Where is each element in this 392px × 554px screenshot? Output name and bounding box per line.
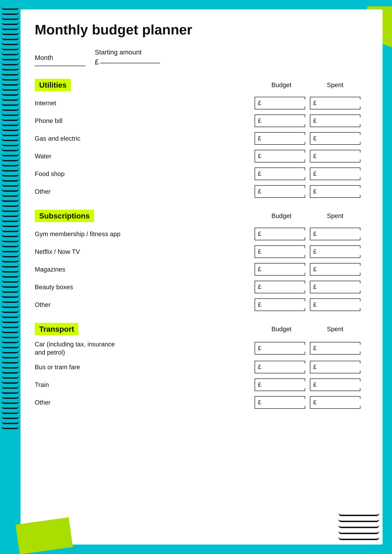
internet-spent-box[interactable]: £ xyxy=(310,97,360,109)
subscriptions-column-headers: Budget Spent xyxy=(255,212,368,220)
gas-electric-spent-input[interactable] xyxy=(317,135,383,142)
starting-amount-pound-row: £ xyxy=(95,58,160,66)
utilities-header-row: Utilities Budget Spent xyxy=(35,79,368,91)
pound-icon: £ xyxy=(313,248,316,255)
subscriptions-budget-col-header: Budget xyxy=(255,212,308,220)
magazines-budget-box[interactable]: £ xyxy=(255,263,305,276)
row-label-netflix: Netflix / Now TV xyxy=(35,248,126,256)
water-spent-box[interactable]: £ xyxy=(310,150,360,162)
pound-icon: £ xyxy=(313,188,316,195)
pound-icon: £ xyxy=(313,266,316,273)
subscriptions-title-badge: Subscriptions xyxy=(35,210,94,222)
pound-icon: £ xyxy=(258,230,261,237)
train-spent-box[interactable]: £ xyxy=(310,378,360,391)
bus-tram-inputs: £ £ xyxy=(255,361,368,373)
pound-icon: £ xyxy=(313,284,316,290)
gas-electric-spent-box[interactable]: £ xyxy=(310,132,360,145)
transport-other-spent-box[interactable]: £ xyxy=(310,396,360,409)
row-label-internet: Internet xyxy=(35,99,126,107)
beauty-boxes-budget-box[interactable]: £ xyxy=(255,281,305,293)
pound-icon: £ xyxy=(258,100,261,106)
bus-tram-spent-input[interactable] xyxy=(317,364,383,370)
car-spent-input[interactable] xyxy=(317,345,383,352)
table-row: Food shop £ £ xyxy=(35,167,368,181)
pound-icon: £ xyxy=(258,381,261,388)
beauty-boxes-inputs: £ £ xyxy=(255,281,368,293)
row-label-bus-tram: Bus or tram fare xyxy=(35,363,126,371)
gym-spent-input[interactable] xyxy=(317,230,383,237)
row-label-phone-bill: Phone bill xyxy=(35,117,126,125)
netflix-spent-box[interactable]: £ xyxy=(310,245,360,258)
food-shop-budget-box[interactable]: £ xyxy=(255,167,305,180)
food-shop-spent-input[interactable] xyxy=(317,170,383,177)
row-label-gym: Gym membership / fitness app xyxy=(35,230,126,238)
pound-icon: £ xyxy=(313,135,316,142)
table-row: Beauty boxes £ £ xyxy=(35,280,368,294)
pound-icon: £ xyxy=(313,117,316,124)
netflix-spent-input[interactable] xyxy=(317,248,383,255)
phone-bill-spent-input[interactable] xyxy=(317,117,383,124)
beauty-boxes-spent-input[interactable] xyxy=(317,284,383,290)
internet-inputs: £ £ xyxy=(255,97,368,109)
table-row: Car (including tax, insurance and petrol… xyxy=(35,340,368,356)
table-row: Gym membership / fitness app £ £ xyxy=(35,227,368,241)
table-row: Other £ £ xyxy=(35,298,368,312)
pound-icon: £ xyxy=(258,153,261,159)
pound-icon: £ xyxy=(313,399,316,406)
pound-icon: £ xyxy=(258,117,261,124)
bottom-squiggles-decoration xyxy=(338,510,379,543)
water-spent-input[interactable] xyxy=(317,153,383,159)
phone-bill-budget-box[interactable]: £ xyxy=(255,114,305,127)
subscriptions-spent-col-header: Spent xyxy=(308,212,362,220)
row-label-beauty-boxes: Beauty boxes xyxy=(35,283,126,291)
subscriptions-other-spent-box[interactable]: £ xyxy=(310,298,360,311)
table-row: Train £ £ xyxy=(35,378,368,392)
car-budget-box[interactable]: £ xyxy=(255,342,305,355)
table-row: Phone bill £ £ xyxy=(35,114,368,128)
pound-icon: £ xyxy=(258,284,261,290)
pound-icon: £ xyxy=(258,170,261,177)
table-row: Other £ £ xyxy=(35,184,368,199)
internet-spent-input[interactable] xyxy=(317,100,383,106)
utilities-other-budget-box[interactable]: £ xyxy=(255,185,305,198)
pound-icon: £ xyxy=(258,399,261,406)
bus-tram-budget-box[interactable]: £ xyxy=(255,361,305,373)
internet-budget-box[interactable]: £ xyxy=(255,97,305,109)
water-budget-box[interactable]: £ xyxy=(255,150,305,162)
pound-icon: £ xyxy=(258,248,261,255)
utilities-other-spent-input[interactable] xyxy=(317,188,383,195)
magazines-spent-input[interactable] xyxy=(317,266,383,273)
gym-inputs: £ £ xyxy=(255,228,368,240)
subscriptions-other-budget-box[interactable]: £ xyxy=(255,298,305,311)
utilities-title-badge: Utilities xyxy=(35,79,71,91)
main-card: Monthly budget planner Month Starting am… xyxy=(21,9,383,545)
pound-icon: £ xyxy=(313,381,316,388)
table-row: Gas and electric £ £ xyxy=(35,131,368,145)
utilities-other-spent-box[interactable]: £ xyxy=(310,185,360,198)
food-shop-spent-box[interactable]: £ xyxy=(310,167,360,180)
bus-tram-spent-box[interactable]: £ xyxy=(310,361,360,373)
transport-other-budget-box[interactable]: £ xyxy=(255,396,305,409)
netflix-inputs: £ £ xyxy=(255,245,368,258)
utilities-budget-col-header: Budget xyxy=(255,82,308,89)
gas-electric-budget-box[interactable]: £ xyxy=(255,132,305,145)
car-spent-box[interactable]: £ xyxy=(310,342,360,355)
gym-budget-box[interactable]: £ xyxy=(255,228,305,240)
month-label: Month xyxy=(35,54,85,62)
pound-icon: £ xyxy=(258,345,261,352)
train-spent-input[interactable] xyxy=(317,381,383,388)
pound-icon: £ xyxy=(313,230,316,237)
gym-spent-box[interactable]: £ xyxy=(310,228,360,240)
magazines-spent-box[interactable]: £ xyxy=(310,263,360,276)
train-inputs: £ £ xyxy=(255,378,368,391)
netflix-budget-box[interactable]: £ xyxy=(255,245,305,258)
phone-bill-spent-box[interactable]: £ xyxy=(310,114,360,127)
utilities-spent-col-header: Spent xyxy=(308,82,362,89)
transport-other-spent-input[interactable] xyxy=(317,399,383,406)
beauty-boxes-spent-box[interactable]: £ xyxy=(310,281,360,293)
pound-icon: £ xyxy=(313,153,316,159)
train-budget-box[interactable]: £ xyxy=(255,378,305,391)
pound-icon: £ xyxy=(258,188,261,195)
subscriptions-other-spent-input[interactable] xyxy=(317,301,383,308)
transport-other-inputs: £ £ xyxy=(255,396,368,409)
